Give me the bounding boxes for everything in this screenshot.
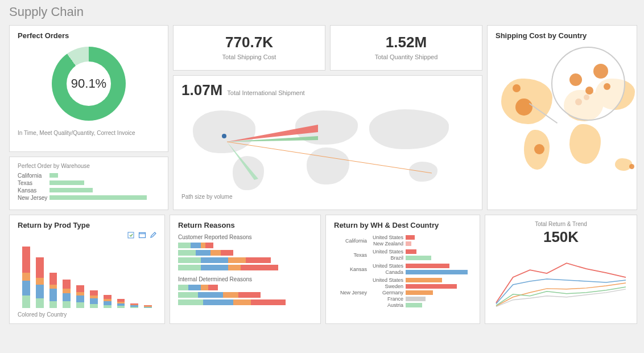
dest-country-label: United States xyxy=(369,235,406,240)
internal-reasons-chart[interactable] xyxy=(178,285,312,305)
dest-row[interactable]: United States xyxy=(369,263,472,269)
dest-row[interactable]: United States xyxy=(369,235,472,240)
wh-group-label: Texas xyxy=(334,248,369,261)
perfect-orders-caption: In Time, Meet Quality/Quantity, Correct … xyxy=(18,130,160,136)
return-by-wh-title: Return by WH & Dest Country xyxy=(334,221,472,229)
dest-row[interactable]: Sweden xyxy=(369,284,472,289)
dest-bar xyxy=(406,270,468,274)
stack-segment xyxy=(49,289,57,301)
total-return-value: 150K xyxy=(493,228,629,246)
kpi-shipping-cost: 770.7K Total Shipping Cost xyxy=(173,25,325,71)
warehouse-title: Perfect Order by Warehouse xyxy=(18,163,160,169)
reason-segment xyxy=(246,257,271,263)
wh-group-label: New Jersey xyxy=(334,277,369,309)
dest-bar xyxy=(406,297,426,301)
dest-bar xyxy=(406,303,422,307)
return-reasons-sub2: Internal Determined Reasons xyxy=(178,276,312,282)
return-by-prod-title: Return by Prod Type xyxy=(18,221,156,229)
reason-segment xyxy=(178,243,191,248)
perfect-orders-donut[interactable]: 90.1% xyxy=(52,47,126,121)
warehouse-row[interactable]: Kansas xyxy=(18,187,160,194)
stack-bar[interactable] xyxy=(144,305,152,308)
dest-bar xyxy=(406,290,433,295)
svg-rect-5 xyxy=(128,232,134,238)
stack-bar[interactable] xyxy=(63,280,71,308)
warehouse-row[interactable]: New Jersey xyxy=(18,195,160,201)
reason-bar[interactable] xyxy=(178,299,312,305)
stack-bar[interactable] xyxy=(117,299,125,308)
wh-group-label: California xyxy=(334,234,369,247)
reason-segment xyxy=(238,292,261,298)
bubble-canada[interactable] xyxy=(513,84,521,92)
stack-segment xyxy=(130,307,138,308)
reason-bar[interactable] xyxy=(178,243,312,248)
return-by-prod-chart[interactable] xyxy=(22,240,152,308)
stack-bar[interactable] xyxy=(22,247,30,308)
reason-segment xyxy=(178,265,201,270)
reason-segment xyxy=(241,265,278,270)
map-zoom-lens[interactable] xyxy=(551,47,625,121)
bubble-na[interactable] xyxy=(515,98,532,116)
total-return-trend-chart[interactable] xyxy=(493,252,629,309)
reason-segment xyxy=(205,243,213,248)
stack-segment xyxy=(104,305,112,308)
warehouse-row[interactable]: Texas xyxy=(18,180,160,186)
return-by-prod-footer: Colored by Country xyxy=(18,311,156,318)
svg-rect-6 xyxy=(139,233,146,238)
dest-row[interactable]: France xyxy=(369,296,472,302)
dest-row[interactable]: Austria xyxy=(369,302,472,308)
perfect-orders-value: 90.1% xyxy=(71,76,106,91)
reason-segment xyxy=(191,243,201,248)
dest-country-label: United States xyxy=(369,277,406,283)
reason-bar[interactable] xyxy=(178,257,312,263)
svg-point-4 xyxy=(222,134,226,138)
dest-row[interactable]: Germany xyxy=(369,290,472,295)
wh-group: New JerseyUnited StatesSwedenGermanyFran… xyxy=(334,277,472,309)
dest-row[interactable]: New Zealand xyxy=(369,241,472,247)
dest-row[interactable]: United States xyxy=(369,249,472,255)
export-icon[interactable] xyxy=(127,231,135,239)
reason-bar[interactable] xyxy=(178,285,312,290)
total-return-card: Total Return & Trend 150K xyxy=(485,215,637,324)
stack-bar[interactable] xyxy=(36,257,44,308)
stack-bar[interactable] xyxy=(130,303,138,308)
reason-bar[interactable] xyxy=(178,250,312,256)
flow-map[interactable] xyxy=(181,105,474,190)
stack-segment xyxy=(49,301,57,308)
stack-segment xyxy=(49,285,57,289)
intl-shipment-value: 1.07M xyxy=(181,81,222,99)
return-by-wh-chart[interactable]: CaliforniaUnited StatesNew ZealandTexasU… xyxy=(334,234,472,309)
reason-segment xyxy=(178,292,198,298)
warehouse-bar xyxy=(49,180,84,185)
stack-segment xyxy=(63,301,71,308)
dest-row[interactable]: Brazil xyxy=(369,255,472,261)
warehouse-row[interactable]: California xyxy=(18,173,160,179)
reason-bar[interactable] xyxy=(178,265,312,270)
reason-segment xyxy=(228,257,246,263)
reason-segment xyxy=(203,299,233,305)
dest-row[interactable]: United States xyxy=(369,277,472,283)
reason-bar[interactable] xyxy=(178,292,312,298)
kpi-shipping-cost-label: Total Shipping Cost xyxy=(179,54,319,60)
total-return-title: Total Return & Trend xyxy=(493,221,629,227)
stack-segment xyxy=(90,298,98,304)
dest-bar xyxy=(406,235,415,240)
stack-bar[interactable] xyxy=(90,290,98,308)
reason-segment xyxy=(201,257,228,263)
dest-row[interactable]: Canada xyxy=(369,269,472,275)
world-map[interactable] xyxy=(496,44,629,204)
bubble-sa[interactable] xyxy=(534,144,544,154)
stack-segment xyxy=(36,298,44,308)
stack-segment xyxy=(36,257,44,278)
stack-bar[interactable] xyxy=(49,273,57,308)
edit-icon[interactable] xyxy=(150,231,158,239)
customer-reasons-chart[interactable] xyxy=(178,243,312,270)
stack-bar[interactable] xyxy=(104,295,112,308)
reason-segment xyxy=(188,285,201,290)
bubble-nz[interactable] xyxy=(629,164,634,169)
wh-group-label: Kansas xyxy=(334,262,369,276)
maximize-icon[interactable] xyxy=(138,231,146,239)
stack-bar[interactable] xyxy=(76,285,84,308)
stack-segment xyxy=(76,302,84,308)
reason-segment xyxy=(228,265,241,270)
